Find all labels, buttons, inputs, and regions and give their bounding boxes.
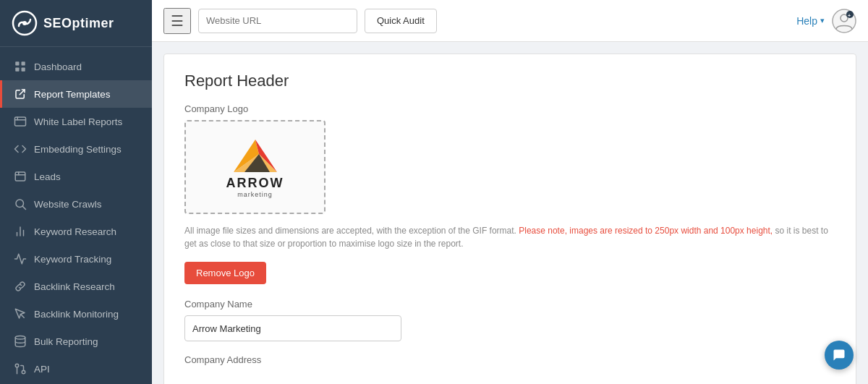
sidebar-nav: Dashboard Report Templates White Label R… <box>0 47 152 384</box>
chat-bubble-button[interactable] <box>825 341 854 370</box>
svg-point-1 <box>22 21 27 25</box>
chevron-down-icon: ▾ <box>820 16 825 25</box>
sidebar-item-backlink-research-label: Backlink Research <box>34 281 115 292</box>
topbar: ☰ Quick Audit Help ▾ + <box>152 0 868 42</box>
svg-line-13 <box>22 206 25 209</box>
backlink-research-icon <box>14 280 27 293</box>
svg-rect-5 <box>22 68 25 72</box>
leads-icon <box>14 170 27 183</box>
svg-rect-2 <box>15 61 19 65</box>
sidebar-item-crawls-label: Website Crawls <box>34 199 102 210</box>
sidebar-item-backlink-research[interactable]: Backlink Research <box>0 273 152 300</box>
seoptimer-logo-icon <box>12 10 38 36</box>
help-menu[interactable]: Help ▾ <box>796 15 825 27</box>
sidebar-item-bulk-reporting[interactable]: Bulk Reporting <box>0 328 152 355</box>
sidebar-item-keyword-research-label: Keyword Research <box>34 226 116 237</box>
sidebar-item-keyword-tracking-label: Keyword Tracking <box>34 254 111 265</box>
logo-preview: ARROW marketing <box>226 136 284 198</box>
sidebar-item-backlink-monitoring[interactable]: Backlink Monitoring <box>0 300 152 328</box>
page-title: Report Header <box>184 72 835 90</box>
sidebar-item-crawls[interactable]: Website Crawls <box>0 190 152 218</box>
bulk-reporting-icon <box>14 335 27 348</box>
arrow-logo-svg <box>230 136 281 176</box>
sidebar-item-white-label-label: White Label Reports <box>34 116 122 127</box>
crawls-icon <box>14 197 27 210</box>
main-area: ☰ Quick Audit Help ▾ + Report Header Com… <box>152 0 868 384</box>
sidebar-item-dashboard[interactable]: Dashboard <box>0 53 152 80</box>
svg-rect-4 <box>15 68 19 72</box>
user-avatar-icon[interactable]: + <box>832 9 856 33</box>
content-area: Report Header Company Logo ARROW <box>152 42 868 384</box>
sidebar-item-white-label[interactable]: White Label Reports <box>0 108 152 135</box>
sidebar-logo[interactable]: SEOptimer <box>0 0 152 47</box>
sidebar-item-embedding-label: Embedding Settings <box>34 144 122 155</box>
svg-rect-6 <box>15 117 26 126</box>
hint-normal: All image file sizes and dimensions are … <box>184 226 516 236</box>
keyword-research-icon <box>14 225 27 238</box>
logo-dropzone[interactable]: ARROW marketing <box>184 120 326 214</box>
company-logo-label: Company Logo <box>184 103 835 114</box>
embedding-icon <box>14 142 27 155</box>
app-name: SEOptimer <box>43 16 114 31</box>
white-label-icon <box>14 115 27 128</box>
svg-rect-3 <box>22 61 25 65</box>
sidebar: SEOptimer Dashboard Report Templates Whi… <box>0 0 152 384</box>
hamburger-button[interactable]: ☰ <box>163 8 191 34</box>
sidebar-item-keyword-research[interactable]: Keyword Research <box>0 218 152 245</box>
company-name-input[interactable] <box>184 315 401 341</box>
report-header-card: Report Header Company Logo ARROW <box>163 54 856 384</box>
sidebar-item-leads[interactable]: Leads <box>0 163 152 190</box>
keyword-tracking-icon <box>14 252 27 265</box>
sidebar-item-dashboard-label: Dashboard <box>34 61 82 72</box>
svg-text:+: + <box>848 13 851 18</box>
api-icon <box>14 362 27 375</box>
svg-rect-9 <box>15 172 25 181</box>
report-templates-icon <box>14 88 27 101</box>
dashboard-icon <box>14 60 27 73</box>
hint-highlight: Please note, images are resized to 250px… <box>519 226 773 236</box>
svg-point-17 <box>15 336 25 340</box>
sidebar-item-bulk-reporting-label: Bulk Reporting <box>34 336 98 347</box>
quick-audit-button[interactable]: Quick Audit <box>365 9 437 33</box>
help-label: Help <box>796 15 817 27</box>
url-input[interactable] <box>198 9 357 33</box>
arrow-logo-text: ARROW <box>226 176 284 191</box>
sidebar-item-api[interactable]: API <box>0 355 152 383</box>
company-name-label: Company Name <box>184 299 835 310</box>
sidebar-item-report-templates[interactable]: Report Templates <box>0 80 152 108</box>
sidebar-item-keyword-tracking[interactable]: Keyword Tracking <box>0 245 152 273</box>
sidebar-item-api-label: API <box>34 364 50 375</box>
hint-text: All image file sizes and dimensions are … <box>184 224 835 250</box>
company-address-label: Company Address <box>184 354 835 365</box>
remove-logo-button[interactable]: Remove Logo <box>184 262 266 284</box>
chat-icon <box>832 348 846 362</box>
sidebar-item-embedding[interactable]: Embedding Settings <box>0 135 152 163</box>
sidebar-item-leads-label: Leads <box>34 171 61 182</box>
sidebar-item-backlink-monitoring-label: Backlink Monitoring <box>34 309 119 320</box>
sidebar-item-report-templates-label: Report Templates <box>34 89 111 100</box>
backlink-monitoring-icon <box>14 307 27 320</box>
